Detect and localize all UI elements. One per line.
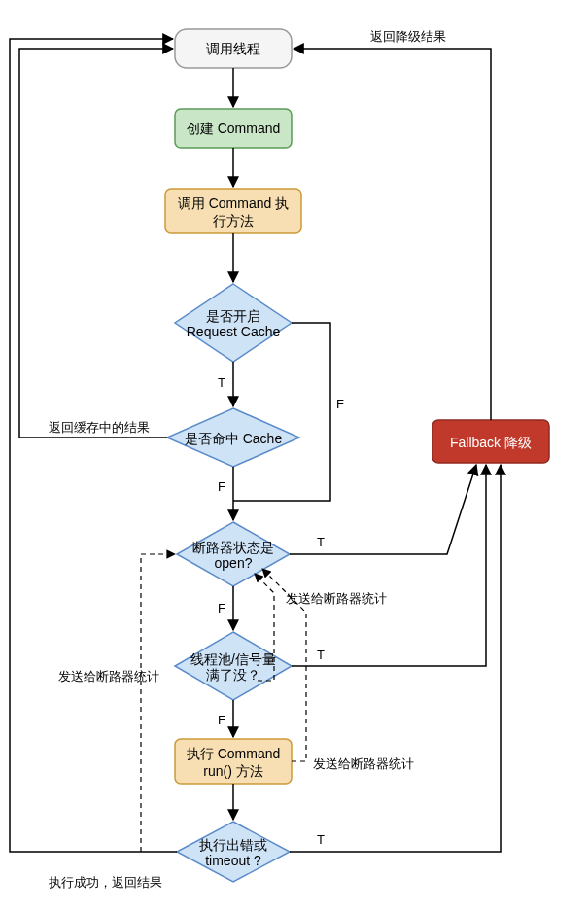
edge-label-F-4: F [218,713,225,727]
node-error: 执行出错或 timeout ? [177,822,290,882]
label-return-fallback: 返回降级结果 [370,29,446,44]
label-stats-1: 发送给断路器统计 [286,591,387,606]
node-invoke: 调用 Command 执 行方法 [165,189,301,233]
edge-label-F-1: F [336,397,344,411]
node-circuit-l1: 断路器状态是 [192,540,274,555]
node-start: 调用线程 [175,29,292,68]
edge-success-return [10,39,177,852]
node-create: 创建 Command [175,109,292,148]
node-pool-l1: 线程池/信号量 [190,651,276,667]
node-invoke-l1: 调用 Command 执 [178,195,289,211]
node-fallback-label: Fallback 降级 [450,435,532,450]
edge-pool-fallback [292,465,486,666]
node-circuit-open: 断路器状态是 open? [177,522,290,586]
node-error-l1: 执行出错或 [199,837,267,853]
node-create-label: 创建 Command [187,121,280,136]
node-error-l2: timeout ? [205,853,261,868]
node-cache-hit-label: 是否命中 Cache [185,431,283,446]
node-cache-enabled-l1: 是否开启 [206,308,260,324]
node-start-label: 调用线程 [206,41,260,56]
edge-label-F-2: F [218,479,225,494]
label-success-return: 执行成功，返回结果 [49,875,162,890]
edge-label-F-3: F [218,601,225,615]
edge-stats-3 [141,554,175,852]
edge-fallback-start [294,49,491,420]
edge-cachehit-return [19,49,173,438]
edge-label-T-1: T [218,375,225,390]
edge-label-T-4: T [317,832,325,847]
node-run: 执行 Command run() 方法 [175,739,292,784]
label-stats-3: 发送给断路器统计 [58,669,159,684]
node-cache-enabled: 是否开启 Request Cache [175,284,292,362]
node-cache-hit: 是否命中 Cache [167,408,299,467]
node-run-l1: 执行 Command [187,746,280,761]
edge-label-T-3: T [317,648,325,662]
node-circuit-l2: open? [215,555,253,571]
node-cache-enabled-l2: Request Cache [187,324,281,339]
node-invoke-l2: 行方法 [213,213,254,228]
node-run-l2: run() 方法 [203,763,262,779]
node-fallback: Fallback 降级 [432,420,549,463]
edge-label-T-2: T [317,535,325,549]
label-cachehit-return: 返回缓存中的结果 [49,420,150,435]
label-stats-2: 发送给断路器统计 [313,756,414,771]
node-pool-l2: 满了没？ [206,667,260,683]
